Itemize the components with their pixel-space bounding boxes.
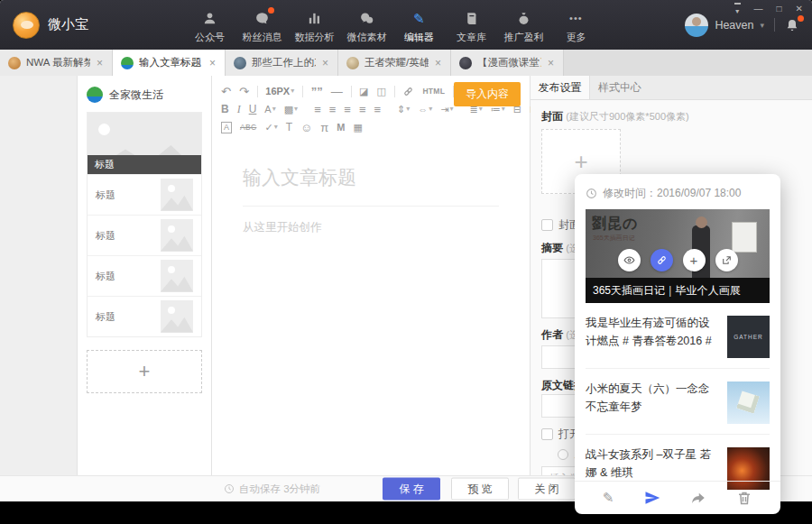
nav-item-analytics[interactable]: 数据分析 <box>288 6 340 44</box>
export-button[interactable] <box>715 249 738 271</box>
format-clear-icon[interactable]: ◪ <box>359 87 368 97</box>
letter-spacing-dropdown[interactable]: ⇔ ▾ <box>418 105 432 115</box>
tab-favicon <box>8 57 21 69</box>
tab-style-center[interactable]: 样式中心 <box>590 76 650 99</box>
tab-close-icon[interactable]: × <box>547 57 555 69</box>
person-silhouette <box>696 216 707 228</box>
user-avatar[interactable] <box>685 14 708 37</box>
line-height-dropdown[interactable]: ⇕ ▾ <box>397 105 410 115</box>
strikethrough-icon[interactable]: ABC <box>240 124 256 132</box>
cover-template-item[interactable]: 标题 <box>88 113 201 174</box>
account-header[interactable]: 全家微生活 <box>78 76 211 112</box>
bell-icon[interactable] <box>785 18 799 32</box>
featured-cover-image: 劉昆の 365天插画日记 + <box>586 209 770 278</box>
close-article-button[interactable]: 关闭 <box>518 478 576 501</box>
formula-icon[interactable]: π <box>320 122 328 133</box>
align-left-icon[interactable]: ≡ <box>314 104 321 115</box>
checkbox[interactable] <box>541 428 553 440</box>
html-source-icon[interactable]: HTML <box>422 87 445 96</box>
align-justify-icon[interactable]: ≡ <box>359 104 366 115</box>
chat-icon <box>254 10 270 27</box>
featured-article-title: 365天插画日记｜毕业个人画展 <box>586 278 770 303</box>
font-color-dropdown[interactable]: A ▾ <box>264 105 275 115</box>
radio-button[interactable] <box>558 449 568 460</box>
account-logo-icon <box>87 87 103 103</box>
send-button[interactable] <box>644 490 660 506</box>
link-icon[interactable] <box>402 86 414 97</box>
tab-close-icon[interactable]: × <box>321 57 329 69</box>
delete-button[interactable] <box>736 490 752 506</box>
divider <box>774 18 775 32</box>
nav-item-article-library[interactable]: 文章库 <box>445 6 497 44</box>
text-style-icon[interactable]: T <box>286 122 292 133</box>
trash-icon <box>736 490 752 506</box>
align-both-icon[interactable]: ≡ <box>374 104 382 115</box>
list-item[interactable]: 标题 <box>88 215 201 255</box>
featured-article[interactable]: 劉昆の 365天插画日记 + 365天插画日记｜毕业个人画展 <box>586 209 770 303</box>
tab-close-icon[interactable]: × <box>96 57 104 69</box>
indent-dropdown[interactable]: ⇥ ▾ <box>440 105 453 115</box>
tab-current-article[interactable]: 输入文章标题 × <box>113 50 226 76</box>
tab-kings-glory[interactable]: 王者荣耀/英雄美术字 × <box>338 50 451 76</box>
nav-item-promotion[interactable]: 推广盈利 <box>497 6 549 44</box>
emoji-icon[interactable]: ☺ <box>300 122 312 133</box>
spellcheck-dropdown[interactable]: ✓ ▾ <box>264 123 277 133</box>
font-size-dropdown[interactable]: 16PX ▾ <box>265 87 294 97</box>
align-center-icon[interactable]: ≡ <box>329 104 337 115</box>
import-content-button[interactable]: 导入内容 <box>454 82 521 106</box>
nav-item-editor[interactable]: ✎ 编辑器 <box>392 6 445 44</box>
list-item[interactable]: 标题 <box>88 296 201 336</box>
minimize-button[interactable]: — <box>754 3 763 18</box>
share-button[interactable] <box>690 490 706 506</box>
checkbox[interactable] <box>541 219 553 231</box>
background-color-dropdown[interactable]: ▩ ▾ <box>284 105 298 115</box>
article-body-input[interactable]: 从这里开始创作 <box>243 220 499 235</box>
tab-comic-class[interactable]: 【漫画微课堂】封面海... × <box>451 50 564 76</box>
share-arrow-icon <box>690 490 706 506</box>
blockquote-icon[interactable]: ”” <box>311 86 323 97</box>
chevron-down-icon[interactable]: ▾ <box>760 21 764 30</box>
table-icon[interactable]: ▦ <box>353 123 362 133</box>
close-button[interactable]: ✕ <box>796 3 803 18</box>
window-controls: ▼ — □ ✕ <box>734 3 803 18</box>
edit-area: 输入文章标题 从这里开始创作 <box>212 138 530 235</box>
save-button[interactable]: 保存 <box>383 478 440 501</box>
cover-label: 封面 (建议尺寸900像素*500像素) <box>541 109 689 124</box>
tab-close-icon[interactable]: × <box>208 57 217 69</box>
plus-icon: + <box>574 148 587 176</box>
thumbnail-placeholder <box>161 179 193 211</box>
add-button[interactable]: + <box>683 249 706 271</box>
nav-item-fan-messages[interactable]: 粉丝消息 <box>235 6 288 44</box>
maximize-button[interactable]: □ <box>777 3 782 18</box>
list-item[interactable]: 标题 <box>88 174 201 215</box>
list-item[interactable]: 标题 <box>88 255 201 296</box>
horizontal-rule-icon[interactable]: — <box>331 86 343 97</box>
italic-icon[interactable]: I <box>237 104 241 115</box>
edit-button[interactable]: ✎ <box>603 490 614 506</box>
popup-action-bar: ✎ <box>575 481 780 514</box>
tab-work-stuff[interactable]: 那些工作上的东西 × <box>226 50 338 76</box>
article-title-input[interactable]: 输入文章标题 <box>243 165 499 190</box>
align-right-icon[interactable]: ≡ <box>344 104 351 115</box>
redo-icon[interactable]: ↷ <box>239 86 249 97</box>
copy-link-button[interactable] <box>651 249 673 271</box>
nav-item-official-account[interactable]: 公众号 <box>183 6 235 44</box>
add-article-button[interactable]: + <box>87 350 202 393</box>
preview-eye-button[interactable] <box>618 249 641 271</box>
find-replace-icon[interactable]: M <box>337 123 345 133</box>
nav-item-more[interactable]: ••• 更多 <box>549 6 602 44</box>
bold-icon[interactable]: B <box>221 104 229 115</box>
text-border-icon[interactable]: A <box>221 122 232 133</box>
money-bag-icon <box>516 10 531 27</box>
nav-item-wechat-material[interactable]: 微信素材 <box>340 6 392 44</box>
underline-icon[interactable]: U <box>249 104 257 115</box>
preview-button[interactable]: 预览 <box>451 478 509 501</box>
list-item[interactable]: 我是毕业生有迹可循的设计燃点 # 青春答卷2016 # GATHER <box>586 303 770 369</box>
tab-nwa[interactable]: NWA 最新解禁作品 × <box>0 50 113 76</box>
undo-icon[interactable]: ↶ <box>221 86 231 97</box>
list-item[interactable]: 小米的夏天（六）一念念不忘童年梦 <box>586 369 770 435</box>
format-paint-icon[interactable]: ◫ <box>377 87 386 97</box>
update-icon[interactable]: ▼ <box>734 3 741 18</box>
tab-publish-settings[interactable]: 发布设置 <box>531 76 590 99</box>
tab-close-icon[interactable]: × <box>434 57 442 69</box>
